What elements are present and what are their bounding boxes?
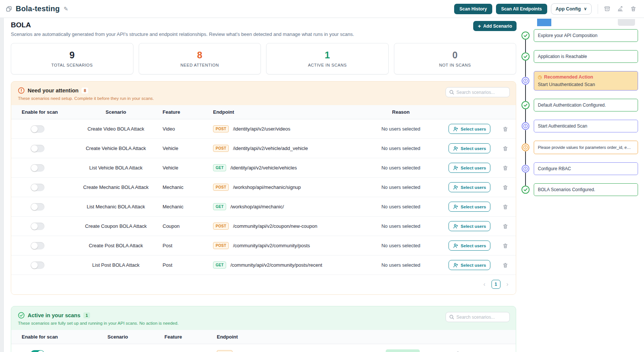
trash-icon[interactable]	[502, 146, 508, 151]
in-scans-badge: ✓IN SCANS	[386, 349, 420, 352]
table-header: Enable for scan Scenario Feature Endpoin…	[11, 105, 516, 119]
feature: Post	[163, 262, 213, 268]
chevron-left-icon[interactable]: ‹	[483, 281, 485, 287]
timeline-step[interactable]: Explore your API Composition	[534, 29, 638, 42]
trash-icon[interactable]	[502, 262, 508, 268]
timeline-step[interactable]: Please provide values for parameters ord…	[534, 141, 638, 154]
feature: Coupon	[163, 223, 213, 229]
check-circle-icon	[521, 186, 530, 194]
enable-toggle[interactable]	[31, 203, 44, 211]
trash-icon[interactable]	[502, 165, 508, 171]
panel-title: Active in your scans	[28, 312, 80, 318]
enable-toggle[interactable]	[31, 261, 44, 269]
pending-alert-icon	[521, 77, 530, 85]
feature: Vehicle	[163, 146, 213, 151]
timeline-item: Please provide values for parameters ord…	[521, 141, 638, 154]
select-users-button[interactable]: Select users	[449, 143, 491, 153]
feature: Post	[163, 243, 213, 248]
count-badge: 1	[83, 312, 90, 318]
col-reason: Reason	[357, 109, 445, 115]
pending-alert-icon	[521, 165, 530, 173]
enable-toggle[interactable]	[31, 164, 44, 172]
select-users-button[interactable]: Select users	[449, 182, 491, 192]
endpoint-path: /identity/api/v2/user/videos	[233, 126, 290, 132]
enable-toggle[interactable]	[31, 184, 44, 191]
active-scans-panel: Active in your scans 1 These scenarios a…	[11, 306, 516, 352]
trash-icon[interactable]	[502, 243, 508, 249]
search-icon	[449, 315, 454, 319]
select-users-button[interactable]: Select users	[449, 221, 491, 231]
timeline-step[interactable]: Application is Reachable	[534, 50, 638, 63]
timeline-item: ◷ Recommended Action Start Unauthenticat…	[521, 71, 638, 91]
trash-icon[interactable]	[502, 204, 508, 210]
trash-icon[interactable]	[502, 126, 508, 132]
select-users-button[interactable]: Select users	[449, 163, 491, 173]
edit-pencil-icon[interactable]: ✎	[64, 6, 68, 12]
select-users-button[interactable]: Select users	[449, 124, 491, 134]
method-badge: POST	[213, 242, 229, 249]
endpoint-path: /community/api/v2/community/posts	[233, 243, 310, 248]
timeline-step[interactable]: Start Authenticated Scan	[534, 120, 638, 132]
reason: No users selected	[357, 243, 445, 248]
enable-toggle[interactable]	[31, 145, 44, 152]
enable-toggle[interactable]	[31, 350, 44, 352]
table-row: Create Post BOLA Attack Post POST/commun…	[11, 236, 516, 255]
scenario-name: Create Vehicle BOLA Attack	[69, 146, 163, 151]
trash-icon[interactable]	[502, 184, 508, 190]
select-users-button[interactable]: Select users	[449, 241, 491, 251]
scan-all-endpoints-button[interactable]: Scan All Endpoints	[496, 4, 547, 14]
enable-toggle[interactable]	[31, 242, 44, 250]
chevron-down-icon: ∨	[584, 6, 587, 11]
partial-blue-element	[537, 19, 551, 26]
col-scenario: Scenario	[71, 334, 164, 340]
enable-toggle[interactable]	[31, 125, 44, 133]
timeline-item: Start Authenticated Scan	[521, 120, 638, 132]
check-circle-icon	[18, 312, 25, 319]
archive-icon[interactable]	[604, 6, 610, 12]
page-title: BOLA	[11, 21, 517, 29]
scenario-name: List Vehicle BOLA Attack	[69, 165, 163, 171]
scan-history-button[interactable]: Scan History	[454, 4, 492, 14]
feature: Mechanic	[163, 204, 213, 209]
panel-subtitle: These scenarios are fully set up and run…	[18, 321, 510, 325]
chevron-right-icon[interactable]: ›	[506, 281, 508, 287]
col-endpoint: Endpoint	[217, 334, 363, 340]
app-config-dropdown[interactable]: App Config ∨	[551, 3, 592, 15]
panel-subtitle: These scenarios need setup. Complete it …	[18, 96, 510, 101]
endpoint-path: /identity/api/v2/vehicle/add_vehicle	[233, 146, 308, 151]
timeline-step[interactable]: Default Authentication Configured.	[534, 99, 638, 111]
analytics-icon[interactable]	[617, 6, 623, 12]
panel-title: Need your attention	[28, 88, 78, 94]
plus-icon: +	[478, 23, 481, 29]
endpoint-path: /identity/api/v2/vehicle/vehicles	[230, 165, 297, 171]
search-input[interactable]	[456, 90, 506, 95]
delete-app-icon[interactable]	[630, 6, 637, 12]
search-input[interactable]	[456, 315, 506, 320]
endpoint-path: /community/api/v2/coupon/new-coupon	[233, 223, 317, 229]
table-row: List Mechanic BOLA Attack Mechanic GET/w…	[11, 197, 516, 217]
trash-icon[interactable]	[455, 351, 461, 352]
search-scenarios-box	[446, 87, 510, 97]
col-endpoint: Endpoint	[213, 109, 357, 115]
select-users-button[interactable]: Select users	[449, 202, 491, 212]
recommended-action-title: Recommended Action	[544, 74, 593, 80]
need-attention-panel: Need your attention 8 These scenarios ne…	[11, 81, 516, 295]
stat-need-attention: 8 NEED ATTENTION	[139, 43, 261, 74]
add-scenario-button[interactable]: + Add Scenario	[473, 21, 517, 31]
stat-label: TOTAL SCENARIOS	[51, 63, 93, 67]
enable-toggle[interactable]	[31, 223, 44, 230]
copy-icon[interactable]	[6, 6, 12, 12]
reason: No users selected	[357, 204, 445, 209]
method-badge: POST	[213, 145, 229, 152]
page-number[interactable]: 1	[492, 280, 500, 289]
recommended-action-step[interactable]: ◷ Recommended Action Start Unauthenticat…	[534, 71, 638, 91]
timeline-step[interactable]: BOLA Scenarios Configured.	[534, 183, 638, 196]
method-badge: POST	[217, 350, 232, 352]
scenario-name: Create Mechanic BOLA Attack	[69, 184, 163, 190]
method-badge: GET	[213, 261, 226, 269]
trash-icon[interactable]	[502, 223, 508, 229]
method-badge: POST	[213, 184, 229, 191]
select-users-button[interactable]: Select users	[449, 260, 491, 270]
warning-alert-icon	[521, 143, 530, 151]
timeline-step[interactable]: Configure RBAC	[534, 162, 638, 175]
